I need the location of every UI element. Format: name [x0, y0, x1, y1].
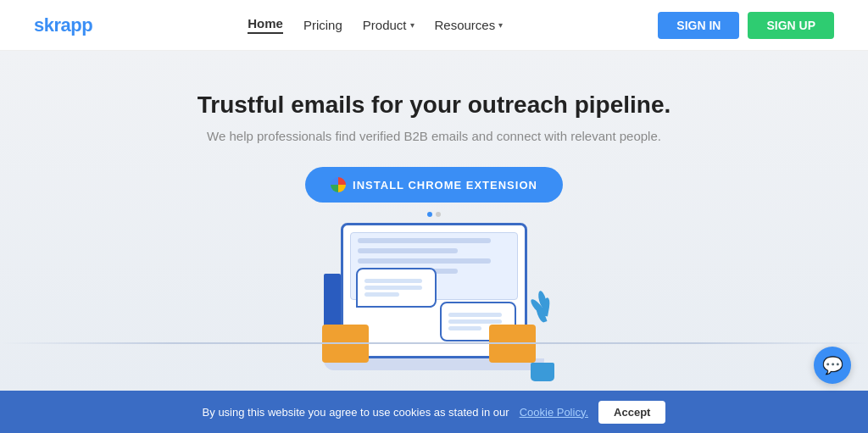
hero-subtitle: We help professionals find verified B2B …	[34, 129, 834, 143]
nav-links: Home Pricing Product ▾ Resources ▾	[248, 16, 503, 34]
install-chrome-button[interactable]: INSTALL CHROME EXTENSION	[305, 167, 563, 203]
chat-bubble-left	[356, 268, 437, 308]
screen-line	[358, 238, 491, 243]
chevron-down-icon: ▾	[498, 20, 503, 30]
bubble-line	[448, 313, 502, 317]
bubble-line	[448, 319, 502, 324]
horizon-line	[0, 342, 868, 344]
nav-link-home[interactable]: Home	[248, 16, 283, 34]
dot-gray	[436, 212, 441, 217]
nav-buttons: SIGN IN SIGN UP	[658, 12, 834, 39]
cookie-banner: By using this website you agree to use c…	[0, 391, 868, 433]
cookie-policy-link[interactable]: Cookie Policy.	[520, 406, 588, 419]
bubble-line	[364, 292, 399, 297]
bubble-line	[448, 326, 481, 330]
plant-leaves	[531, 291, 554, 337]
nav-link-pricing[interactable]: Pricing	[303, 18, 342, 32]
logo[interactable]: skrapp	[34, 14, 92, 36]
screen-line	[358, 248, 458, 253]
plant-pot-body	[531, 363, 554, 381]
accept-cookies-button[interactable]: Accept	[598, 401, 665, 424]
signin-button[interactable]: SIGN IN	[658, 12, 739, 39]
dot-blue	[427, 212, 432, 217]
chrome-icon	[331, 177, 346, 192]
hero-title: Trustful emails for your outreach pipeli…	[34, 92, 834, 119]
chat-widget-button[interactable]: 💬	[814, 347, 851, 384]
laptop-dots	[427, 212, 441, 217]
hero-section: Trustful emails for your outreach pipeli…	[0, 51, 868, 391]
hero-illustration	[290, 223, 578, 391]
navbar: skrapp Home Pricing Product ▾ Resources …	[0, 0, 868, 51]
cookie-text: By using this website you agree to use c…	[203, 406, 509, 419]
nav-link-resources[interactable]: Resources ▾	[435, 18, 504, 32]
chevron-down-icon: ▾	[410, 20, 415, 30]
bubble-line	[364, 279, 422, 283]
signup-button[interactable]: SIGN UP	[748, 12, 834, 39]
screen-line	[358, 258, 491, 264]
chat-icon: 💬	[822, 355, 843, 375]
plant-decoration	[531, 291, 554, 381]
nav-link-product[interactable]: Product ▾	[363, 18, 415, 32]
bubble-line	[364, 286, 422, 290]
